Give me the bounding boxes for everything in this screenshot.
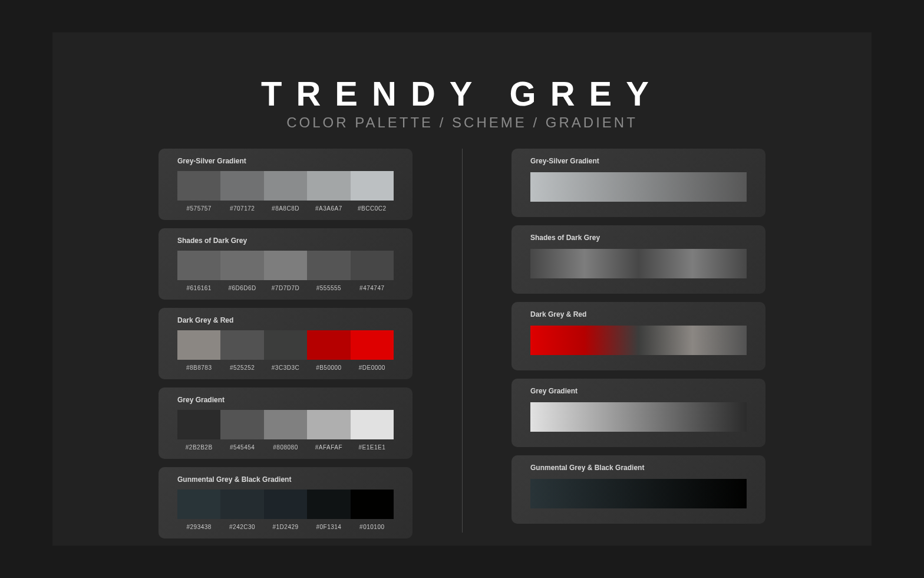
swatch-row (177, 410, 394, 439)
label-row: #616161#6D6D6D#7D7D7D#555555#474747 (177, 285, 394, 291)
color-swatch (264, 251, 307, 280)
color-swatch (220, 171, 263, 201)
color-swatch (307, 490, 350, 519)
color-hex-label: #242C30 (220, 524, 263, 530)
color-swatch (264, 410, 307, 439)
gradient-bar (530, 326, 747, 355)
color-swatch (307, 410, 350, 439)
palette-title: Grey-Silver Gradient (177, 157, 394, 165)
palette-card: Dark Grey & Red#8B8783#525252#3C3D3C#B50… (159, 308, 412, 379)
color-hex-label: #555555 (307, 285, 350, 291)
label-row: #293438#242C30#1D2429#0F1314#010100 (177, 524, 394, 530)
palette-canvas: TRENDY GREY COLOR PALETTE / SCHEME / GRA… (52, 32, 872, 546)
color-hex-label: #293438 (177, 524, 220, 530)
color-hex-label: #808080 (264, 444, 307, 451)
palette-card: Grey-Silver Gradient#575757#707172#8A8C8… (159, 149, 412, 220)
gradient-bar (530, 249, 747, 278)
gradient-title: Dark Grey & Red (530, 310, 747, 318)
palette-title: Gunmental Grey & Black Gradient (177, 475, 394, 484)
label-row: #8B8783#525252#3C3D3C#B50000#DE0000 (177, 364, 394, 371)
color-swatch (177, 171, 220, 201)
palette-card: Gunmental Grey & Black Gradient#293438#2… (159, 467, 412, 538)
color-hex-label: #7D7D7D (264, 285, 307, 291)
color-swatch (307, 330, 350, 360)
palette-card: Grey Gradient#2B2B2B#545454#808080#AFAFA… (159, 387, 412, 459)
gradient-title: Gunmental Grey & Black Gradient (530, 464, 747, 472)
color-swatch (307, 171, 350, 201)
gradient-card: Dark Grey & Red (512, 302, 765, 370)
color-hex-label: #3C3D3C (264, 364, 307, 371)
color-hex-label: #1D2429 (264, 524, 307, 530)
color-hex-label: #575757 (177, 205, 220, 212)
gradient-title: Grey-Silver Gradient (530, 157, 747, 165)
swatch-row (177, 251, 394, 280)
page-title: TRENDY GREY (159, 74, 765, 113)
color-hex-label: #0F1314 (307, 524, 350, 530)
gradient-card: Gunmental Grey & Black Gradient (512, 455, 765, 524)
gradient-title: Shades of Dark Grey (530, 234, 747, 242)
gradient-bar (530, 402, 747, 432)
color-swatch (177, 490, 220, 519)
label-row: #575757#707172#8A8C8D#A3A6A7#BCC0C2 (177, 205, 394, 212)
color-swatch (264, 490, 307, 519)
color-hex-label: #B50000 (307, 364, 350, 371)
color-swatch (351, 171, 394, 201)
color-hex-label: #545454 (220, 444, 263, 451)
palette-title: Grey Gradient (177, 396, 394, 404)
content-grid: Grey-Silver Gradient#575757#707172#8A8C8… (159, 149, 765, 538)
gradients-column: Grey-Silver GradientShades of Dark GreyD… (512, 149, 765, 538)
gradient-title: Grey Gradient (530, 387, 747, 395)
gradient-bar (530, 479, 747, 508)
color-swatch (220, 490, 263, 519)
color-hex-label: #8B8783 (177, 364, 220, 371)
color-hex-label: #525252 (220, 364, 263, 371)
color-hex-label: #E1E1E1 (351, 444, 394, 451)
color-swatch (177, 330, 220, 360)
color-swatch (351, 330, 394, 360)
color-hex-label: #BCC0C2 (351, 205, 394, 212)
color-swatch (264, 330, 307, 360)
gradient-card: Shades of Dark Grey (512, 225, 765, 294)
color-swatch (177, 410, 220, 439)
palette-title: Dark Grey & Red (177, 316, 394, 324)
color-hex-label: #474747 (351, 285, 394, 291)
color-hex-label: #A3A6A7 (307, 205, 350, 212)
header: TRENDY GREY COLOR PALETTE / SCHEME / GRA… (159, 74, 765, 131)
color-swatch (307, 251, 350, 280)
color-swatch (351, 251, 394, 280)
swatch-row (177, 330, 394, 360)
palettes-column: Grey-Silver Gradient#575757#707172#8A8C8… (159, 149, 412, 538)
color-swatch (220, 330, 263, 360)
color-swatch (177, 251, 220, 280)
color-swatch (351, 490, 394, 519)
color-hex-label: #8A8C8D (264, 205, 307, 212)
color-swatch (351, 410, 394, 439)
color-hex-label: #6D6D6D (220, 285, 263, 291)
color-hex-label: #010100 (351, 524, 394, 530)
color-hex-label: #DE0000 (351, 364, 394, 371)
swatch-row (177, 171, 394, 201)
color-hex-label: #707172 (220, 205, 263, 212)
gradient-card: Grey Gradient (512, 379, 765, 447)
palette-title: Shades of Dark Grey (177, 237, 394, 245)
color-swatch (264, 171, 307, 201)
color-hex-label: #2B2B2B (177, 444, 220, 451)
gradient-bar (530, 172, 747, 202)
vertical-divider (462, 149, 463, 533)
label-row: #2B2B2B#545454#808080#AFAFAF#E1E1E1 (177, 444, 394, 451)
color-swatch (220, 410, 263, 439)
color-hex-label: #AFAFAF (307, 444, 350, 451)
color-swatch (220, 251, 263, 280)
palette-card: Shades of Dark Grey#616161#6D6D6D#7D7D7D… (159, 228, 412, 300)
gradient-card: Grey-Silver Gradient (512, 149, 765, 217)
swatch-row (177, 490, 394, 519)
page-subtitle: COLOR PALETTE / SCHEME / GRADIENT (159, 114, 765, 131)
color-hex-label: #616161 (177, 285, 220, 291)
